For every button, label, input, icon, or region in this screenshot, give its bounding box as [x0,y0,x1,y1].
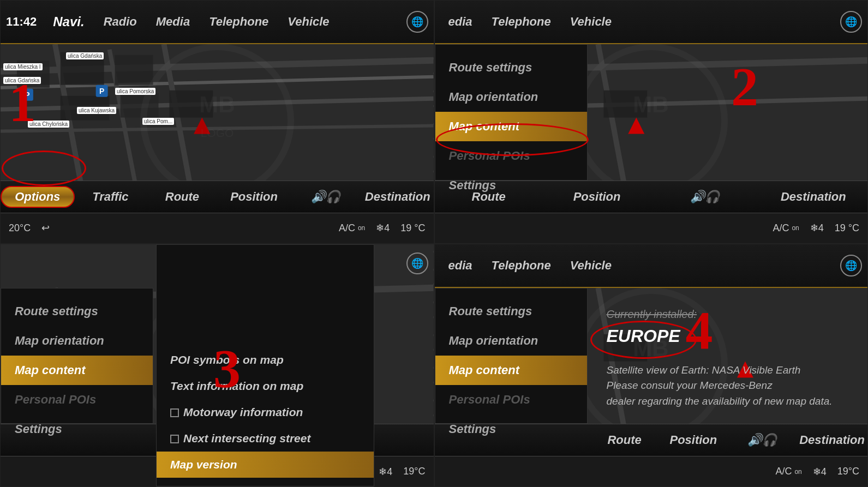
svg-rect-32 [603,91,647,118]
nav-media[interactable]: Media [148,12,198,32]
menu-audio-4[interactable]: 🔊🎧 [728,430,797,450]
circle-options [2,151,86,186]
step-number-2: 2 [731,55,758,118]
dropdown-map-orientation-2[interactable]: Map orientation [435,82,587,112]
status-bar-1: 20°C ↩ A/Con ❄4 19 °C [1,213,434,243]
dropdown-map-content-4[interactable]: Map content [435,356,587,385]
status-temp-4: 19°C [837,466,859,477]
panel3-motorway[interactable]: Motorway information [157,399,374,425]
dropdown-route-settings-2[interactable]: Route settings [435,53,587,82]
status-temp-3: 19°C [403,466,425,477]
time-display: 11:42 [6,15,37,29]
nav-media-2[interactable]: edia [440,12,481,32]
panel-1: P P ulica Gdańska ulica Mieszka I ulica … [0,0,434,244]
navbar-2: edia Telephone Vehicle 🌐 [435,1,868,44]
globe-icon-1[interactable]: 🌐 [406,11,428,33]
status-ac-1: A/Con [339,223,365,234]
panel3-text-info[interactable]: Text information on map [157,373,374,399]
nav-radio[interactable]: Radio [95,12,145,32]
satellite-text: Satellite view of Earth: NASA Visible Ea… [607,363,852,378]
step-number-1: 1 [9,71,36,134]
dropdown-map-orientation-3[interactable]: Map orientation [1,326,153,356]
status-snow-4: ❄4 [813,466,827,478]
dropdown-right-3: POI symbols on map Text information on m… [156,244,374,487]
circle-europe [590,321,697,359]
nav-vehicle-1[interactable]: Vehicle [279,12,337,32]
svg-rect-12 [121,93,159,118]
currently-installed-label: Currently installed: [607,308,852,321]
dropdown-left-3: Route settings Map orientation Map conte… [1,288,153,424]
dealer-text: dealer regarding the availability of new… [607,394,852,410]
dropdown-menu-2: Route settings Map orientation Map conte… [435,44,588,181]
svg-rect-13 [169,91,213,118]
dropdown-map-orientation-4[interactable]: Map orientation [435,326,587,356]
status-temp-1: 20°C [9,223,31,234]
nav-items-2: edia Telephone Vehicle [440,12,841,32]
menu-destination-1[interactable]: Destination [362,187,434,207]
menu-position-1[interactable]: Position [218,187,290,207]
panel3-next-street[interactable]: Next intersecting street [157,425,374,452]
street-label-1: ulica Gdańska [66,52,104,59]
consult-text: Please consult your Mercedes-Benz [607,378,852,394]
status-snow-1: ❄4 [376,222,390,234]
street-label-2: ulica Mieszka I [3,63,43,70]
panel-2: orska ulica Pom... MB edia Telephone Veh… [434,0,869,244]
nav-vehicle-2[interactable]: Vehicle [562,12,620,32]
dropdown-settings-3[interactable]: Settings [1,414,153,444]
menu-destination-2[interactable]: Destination [759,187,867,207]
globe-icon-3[interactable]: 🌐 [406,252,428,274]
menu-audio-2[interactable]: 🔊🎧 [651,187,759,207]
street-label-4: ulica Pomorska [115,88,155,95]
menu-options[interactable]: Options [1,186,75,208]
menu-traffic[interactable]: Traffic [75,187,147,207]
svg-text:P: P [99,87,104,95]
svg-rect-10 [115,55,153,85]
nav-navi[interactable]: Navi. [45,11,92,32]
status-snow-3: ❄4 [379,466,392,478]
dropdown-map-content-3[interactable]: Map content [1,356,153,385]
nav-items-1: Navi. Radio Media Telephone Vehicle [45,11,406,32]
status-ac-4: A/Con [775,466,801,477]
menu-audio-1[interactable]: 🔊🎧 [290,187,362,207]
panel3-map-version[interactable]: Map version [157,452,374,478]
dropdown-personal-pois-4[interactable]: Personal POIs [435,385,587,414]
nav-telephone-2[interactable]: Telephone [483,12,559,32]
dropdown-menu-4: Route settings Map orientation Map conte… [435,288,588,424]
menu-route-4[interactable]: Route [590,430,659,450]
nav-telephone-1[interactable]: Telephone [201,12,277,32]
globe-icon-2[interactable]: 🌐 [840,11,862,33]
street-label-7: ulica Pom... [142,118,174,125]
menu-position-4[interactable]: Position [659,430,728,450]
status-phone-1: ↩ [41,222,50,234]
street-label-5: ulica Kujawska [77,107,116,114]
status-ac-2: A/Con [773,223,799,234]
menu-destination-4[interactable]: Destination [797,430,867,450]
panel-4: MB edia Telephone Vehicle 🌐 Route settin… [434,244,869,488]
navbar-1: 11:42 Navi. Radio Media Telephone Vehicl… [1,1,434,44]
dropdown-settings-4[interactable]: Settings [435,414,587,444]
circle-map-content-2 [436,123,589,156]
dropdown-settings-2[interactable]: Settings [435,171,587,200]
status-bar-4: A/Con ❄4 19°C [435,456,868,486]
status-snow-2: ❄4 [810,222,824,234]
bottom-menu-1: Options Traffic Route Position 🔊🎧 Destin… [1,181,434,213]
panel-3: MB 🌐 3 Route settings Map orientation Ma… [0,244,434,488]
step-number-4: 4 [686,299,713,362]
step-number-3: 3 [213,337,241,400]
screen-grid: P P ulica Gdańska ulica Mieszka I ulica … [0,0,868,487]
dropdown-personal-pois-3[interactable]: Personal POIs [1,385,153,414]
dropdown-route-settings-3[interactable]: Route settings [1,297,153,326]
status-bar-2: A/Con ❄4 19 °C [435,213,868,243]
panel3-poi-symbols[interactable]: POI symbols on map [157,347,374,373]
status-temp2-2: 19 °C [835,223,859,234]
status-temp2-1: 19 °C [400,223,425,234]
menu-route-1[interactable]: Route [146,187,218,207]
dropdown-route-settings-4[interactable]: Route settings [435,297,587,326]
